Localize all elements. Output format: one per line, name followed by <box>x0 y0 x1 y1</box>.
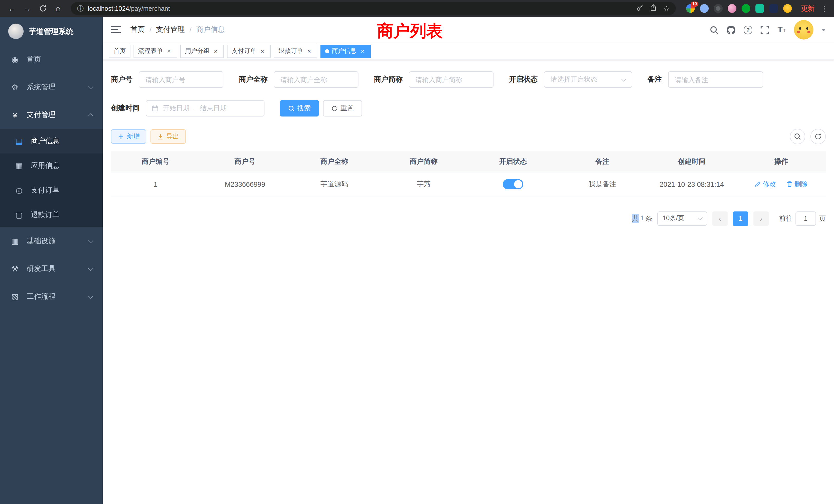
search-button[interactable]: 搜索 <box>280 100 319 116</box>
sidebar-item-label: 退款订单 <box>31 210 60 220</box>
reload-icon[interactable] <box>36 2 49 15</box>
refresh-icon <box>331 105 338 112</box>
font-size-icon[interactable]: TT <box>777 26 786 34</box>
status-select[interactable]: 请选择开启状态 <box>544 71 632 88</box>
browser-toolbar: ← → ⌂ ⓘ localhost:1024/pay/merchant ☆ 10… <box>0 0 834 17</box>
toggle-search-icon[interactable] <box>790 129 805 144</box>
status-toggle[interactable] <box>503 179 523 189</box>
search-icon[interactable] <box>710 25 719 34</box>
edit-button[interactable]: 修改 <box>754 180 776 189</box>
page-content: 商户号 商户全称 商户简称 开启状态 请选择开启状态 <box>103 60 834 504</box>
extension-icon[interactable] <box>728 4 737 13</box>
col-remark: 备注 <box>558 152 647 172</box>
sidebar-item-home[interactable]: ◉ 首页 <box>0 46 103 73</box>
card-icon: ▤ <box>14 137 24 146</box>
user-menu-caret-icon[interactable] <box>822 28 826 31</box>
github-icon[interactable] <box>727 25 736 34</box>
col-create-time: 创建时间 <box>647 152 737 172</box>
extension-badge: 10 <box>691 2 698 7</box>
sidebar-submenu-payment: ▤ 商户信息 ▦ 应用信息 ◎ 支付订单 ▢ 退款订单 <box>0 129 103 227</box>
end-date-placeholder: 结束日期 <box>200 104 227 113</box>
remark-input[interactable] <box>668 71 763 88</box>
home-icon[interactable]: ⌂ <box>51 2 65 15</box>
app-title: 芋道管理系统 <box>29 26 73 36</box>
close-icon[interactable]: × <box>166 47 173 55</box>
close-icon[interactable]: × <box>259 47 266 55</box>
start-date-placeholder: 开始日期 <box>163 104 190 113</box>
user-avatar[interactable] <box>794 20 813 40</box>
next-page-button[interactable]: › <box>753 211 769 226</box>
chrome-update-button[interactable]: 更新 <box>801 4 814 13</box>
sidebar-item-label: 首页 <box>27 55 41 64</box>
short-name-input[interactable] <box>409 71 493 88</box>
sidebar-collapse-icon[interactable] <box>111 26 121 33</box>
merchant-no-input[interactable] <box>139 71 223 88</box>
delete-button[interactable]: 删除 <box>786 180 808 189</box>
app-logo[interactable]: 芋道管理系统 <box>0 17 103 46</box>
browser-menu-icon[interactable]: ⋮ <box>820 4 829 13</box>
screen: ← → ⌂ ⓘ localhost:1024/pay/merchant ☆ 10… <box>0 0 834 504</box>
close-icon[interactable]: × <box>212 47 219 55</box>
full-name-input[interactable] <box>274 71 358 88</box>
sidebar-item-refund-orders[interactable]: ▢ 退款订单 <box>0 203 103 227</box>
breadcrumb-payment[interactable]: 支付管理 <box>156 25 185 35</box>
date-separator: - <box>194 105 196 112</box>
sidebar-item-payment[interactable]: ¥ 支付管理 <box>0 101 103 129</box>
address-bar[interactable]: ⓘ localhost:1024/pay/merchant ☆ <box>71 2 676 15</box>
back-icon[interactable]: ← <box>5 2 19 15</box>
breadcrumb: 首页 / 支付管理 / 商户信息 <box>130 25 225 35</box>
goto-page-input[interactable] <box>795 211 816 226</box>
sidebar-item-infrastructure[interactable]: ▥ 基础设施 <box>0 227 103 255</box>
refresh-table-icon[interactable] <box>810 129 826 144</box>
order-icon: ◎ <box>14 186 24 195</box>
refund-icon: ▢ <box>14 210 24 220</box>
reset-button[interactable]: 重置 <box>323 100 362 116</box>
site-info-icon[interactable]: ⓘ <box>77 4 84 13</box>
sidebar-item-dev-tools[interactable]: ⚒ 研发工具 <box>0 255 103 283</box>
breadcrumb-home[interactable]: 首页 <box>130 25 145 35</box>
cell-remark: 我是备注 <box>558 172 647 197</box>
chevron-down-icon <box>88 84 93 89</box>
add-button[interactable]: 新增 <box>111 129 146 144</box>
close-icon[interactable]: × <box>359 47 366 55</box>
tab-process-form[interactable]: 流程表单 × <box>133 44 177 58</box>
create-time-range-picker[interactable]: 开始日期 - 结束日期 <box>146 100 264 116</box>
help-icon[interactable]: ? <box>744 25 752 34</box>
tab-user-group[interactable]: 用户分组 × <box>180 44 224 58</box>
extension-icon[interactable]: 10 <box>686 4 695 13</box>
fullscreen-icon[interactable] <box>761 25 769 34</box>
tab-home[interactable]: 首页 <box>109 44 130 58</box>
sidebar-item-workflow[interactable]: ▧ 工作流程 <box>0 283 103 311</box>
forward-icon[interactable]: → <box>21 2 34 15</box>
tab-refund-orders[interactable]: 退款订单 × <box>274 44 317 58</box>
extension-icon[interactable] <box>755 4 764 13</box>
sidebar-item-label: 研发工具 <box>27 264 56 274</box>
sidebar-item-app-info[interactable]: ▦ 应用信息 <box>0 154 103 178</box>
share-icon[interactable] <box>650 4 657 13</box>
sidebar-item-pay-orders[interactable]: ◎ 支付订单 <box>0 178 103 203</box>
cell-status <box>468 172 558 197</box>
col-full-name: 商户全称 <box>290 152 379 172</box>
short-name-label: 商户简称 <box>374 75 403 84</box>
top-navbar: 首页 / 支付管理 / 商户信息 商户列表 ? TT <box>103 17 834 43</box>
bookmark-star-icon[interactable]: ☆ <box>663 4 670 13</box>
extension-icon[interactable] <box>742 4 750 13</box>
export-button[interactable]: 导出 <box>151 129 186 144</box>
extension-icon[interactable] <box>769 4 778 13</box>
close-icon[interactable]: × <box>306 47 313 55</box>
extension-icon[interactable] <box>700 4 709 13</box>
sidebar-item-system[interactable]: ⚙ 系统管理 <box>0 73 103 101</box>
password-key-icon[interactable] <box>637 4 644 13</box>
page-size-select[interactable]: 10条/页 <box>657 211 707 226</box>
cell-merchant-id: 1 <box>111 172 200 197</box>
extension-icon[interactable] <box>714 4 723 13</box>
plus-icon <box>117 133 124 140</box>
profile-avatar-icon[interactable] <box>783 4 792 13</box>
sidebar-item-label: 商户信息 <box>31 137 60 146</box>
page-number-button[interactable]: 1 <box>733 211 748 226</box>
yen-icon: ¥ <box>10 111 20 119</box>
sidebar-item-merchant-info[interactable]: ▤ 商户信息 <box>0 129 103 154</box>
prev-page-button[interactable]: ‹ <box>712 211 728 226</box>
tab-merchant-info[interactable]: 商户信息 × <box>321 44 371 58</box>
tab-pay-orders[interactable]: 支付订单 × <box>227 44 271 58</box>
